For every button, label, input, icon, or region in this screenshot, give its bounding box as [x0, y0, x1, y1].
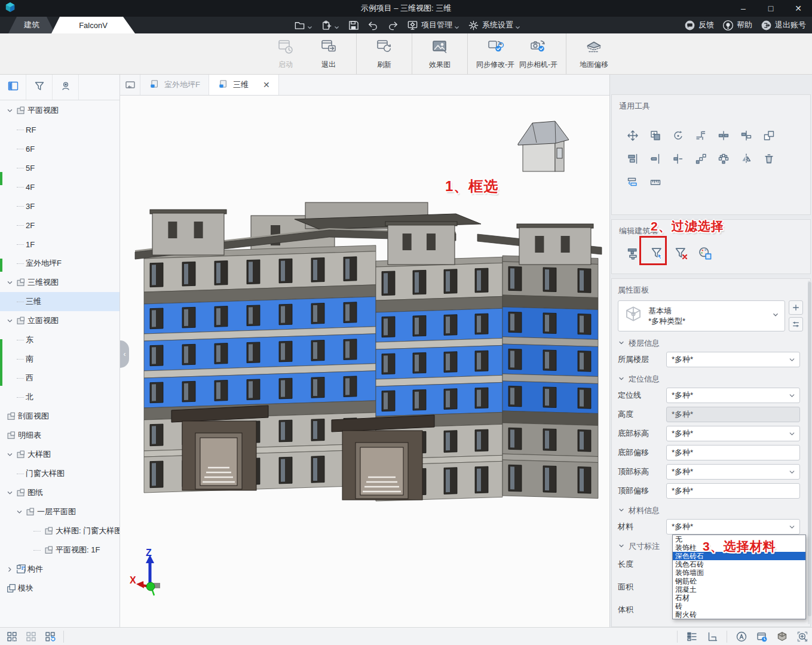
3d-viewport[interactable]: ZX 1、框选	[120, 96, 609, 627]
grid-plain-icon[interactable]	[25, 631, 37, 643]
material-option[interactable]: 浅色石砖	[673, 560, 805, 569]
save-icon[interactable]	[345, 18, 361, 32]
undo-icon[interactable]	[365, 18, 381, 32]
tool-move[interactable]	[621, 125, 644, 148]
tool-mirror[interactable]	[735, 148, 758, 171]
tree-item-21[interactable]: 一层平面图	[0, 502, 119, 521]
tree-item-14[interactable]: 西	[0, 368, 119, 388]
tool-trim[interactable]	[690, 125, 712, 148]
field-底部标高-select[interactable]: *多种*	[666, 426, 800, 441]
tree-item-2[interactable]: 6F	[0, 139, 119, 158]
tree-item-18[interactable]: 大样图	[0, 445, 119, 464]
tool-match-material[interactable]	[693, 242, 717, 266]
tree-item-24[interactable]: 构件	[0, 560, 119, 579]
field-顶部偏移-input[interactable]: *多种*	[666, 483, 800, 499]
tab-falconv[interactable]: FalconV	[51, 17, 135, 33]
section-header-1[interactable]: 定位信息	[618, 374, 804, 384]
help-button[interactable]: 帮助	[722, 20, 752, 31]
sidebar-tool-filter[interactable]	[26, 75, 53, 100]
add-type-button[interactable]	[789, 300, 803, 315]
tree-item-12[interactable]: 东	[0, 330, 119, 349]
window-clock-icon[interactable]	[756, 631, 768, 643]
tool-match[interactable]	[758, 125, 780, 148]
feedback-button[interactable]: 反馈	[684, 20, 714, 31]
material-option[interactable]: 耐火砖	[673, 610, 805, 619]
material-option[interactable]: 钢筋砼	[673, 577, 805, 585]
tree-item-8[interactable]: 室外地坪F	[0, 254, 119, 273]
tree-item-19[interactable]: 门窗大样图	[0, 464, 119, 483]
properties-scrollbar[interactable]	[808, 281, 811, 624]
tool-align-right[interactable]	[667, 148, 690, 171]
tool-split-left[interactable]	[712, 125, 735, 148]
logout-button[interactable]: 退出账号	[761, 20, 806, 31]
tree-item-10[interactable]: 三维	[0, 292, 119, 311]
material-option[interactable]: 石材	[673, 594, 805, 602]
tree-item-6[interactable]: 2F	[0, 216, 119, 235]
sidebar-tool-panel-toggle[interactable]	[0, 75, 26, 100]
section-header-0[interactable]: 楼层信息	[618, 339, 804, 348]
material-option[interactable]: 砖	[673, 602, 805, 610]
ribbon-button-sync-camera[interactable]: 同步相机-开	[517, 33, 560, 74]
auto-a-icon[interactable]	[736, 631, 747, 643]
grid-select-icon[interactable]	[6, 631, 18, 643]
zoom-in-icon[interactable]	[796, 631, 808, 643]
tool-measure[interactable]	[644, 171, 667, 195]
tool-align-mid[interactable]	[644, 148, 667, 171]
tree-item-11[interactable]: 立面视图	[0, 311, 119, 330]
tool-filter-clear[interactable]	[669, 242, 693, 266]
tree-item-20[interactable]: 图纸	[0, 483, 119, 502]
tree-item-0[interactable]: 平面视图	[0, 101, 119, 120]
tree-item-1[interactable]: RF	[0, 120, 119, 139]
expander-down-icon[interactable]	[14, 509, 24, 515]
grid-reset-icon[interactable]	[44, 631, 56, 643]
ribbon-button-refresh[interactable]: 刷新	[363, 33, 406, 74]
maximize-button[interactable]: □	[757, 0, 785, 17]
expander-down-icon[interactable]	[5, 490, 14, 496]
expander-down-icon[interactable]	[5, 452, 14, 458]
detail-list-icon[interactable]	[686, 631, 698, 643]
tool-array-radial[interactable]	[712, 148, 735, 171]
tree-item-7[interactable]: 1F	[0, 235, 119, 254]
section-header-2[interactable]: 材料信息	[618, 506, 804, 515]
menu-system-settings[interactable]: 系统设置	[465, 18, 523, 32]
tree-item-16[interactable]: 剖面视图	[0, 407, 119, 426]
close-button[interactable]: ✕	[785, 0, 812, 17]
field-底部偏移-input[interactable]: *多种*	[666, 445, 800, 460]
tool-offset[interactable]	[621, 171, 644, 195]
ribbon-button-exit[interactable]: 退出	[307, 33, 350, 74]
expander-down-icon[interactable]	[5, 318, 14, 324]
field-定位线-select[interactable]: *多种*	[666, 388, 800, 403]
material-option[interactable]: 混凝土	[673, 585, 805, 594]
redo-icon[interactable]	[385, 18, 401, 32]
tool-copy[interactable]	[644, 125, 667, 148]
tree-item-9[interactable]: 三维视图	[0, 273, 119, 292]
field-顶部标高-select[interactable]: *多种*	[666, 464, 800, 480]
open-folder-icon[interactable]	[292, 18, 315, 32]
expander-down-icon[interactable]	[5, 108, 14, 114]
ribbon-button-ground-offset[interactable]: 地面偏移	[572, 33, 615, 74]
expander-down-icon[interactable]	[5, 280, 14, 286]
tree-item-25[interactable]: 模块	[0, 579, 119, 598]
expander-right-icon[interactable]	[5, 566, 14, 573]
ribbon-button-render[interactable]: 效果图	[418, 33, 461, 74]
ribbon-button-sync-edit[interactable]: 同步修改-开	[474, 33, 517, 74]
tab-architecture[interactable]: 建筑	[8, 17, 55, 33]
material-option[interactable]: 装饰墙面	[673, 569, 805, 577]
tool-delete[interactable]	[758, 148, 780, 171]
corner-snap-icon[interactable]	[706, 631, 718, 643]
tree-item-4[interactable]: 4F	[0, 177, 119, 196]
tool-array-linear[interactable]	[690, 148, 712, 171]
tree-item-22[interactable]: 大样图: 门窗大样图	[0, 521, 119, 540]
tree-item-23[interactable]: 平面视图: 1F	[0, 540, 119, 560]
type-selector[interactable]: 基本墙 *多种类型*	[618, 300, 785, 331]
tree-item-17[interactable]: 明细表	[0, 426, 119, 445]
building-model[interactable]: ZX	[120, 75, 609, 606]
tool-split-center[interactable]	[735, 125, 758, 148]
field-所属楼层-select[interactable]: *多种*	[666, 352, 800, 367]
tree-item-5[interactable]: 3F	[0, 196, 119, 216]
paste-clipboard-icon[interactable]	[318, 18, 342, 32]
type-settings-button[interactable]	[789, 317, 803, 331]
tool-align-left[interactable]	[621, 148, 644, 171]
tool-rotate[interactable]	[667, 125, 690, 148]
minimize-button[interactable]: –	[730, 0, 757, 17]
